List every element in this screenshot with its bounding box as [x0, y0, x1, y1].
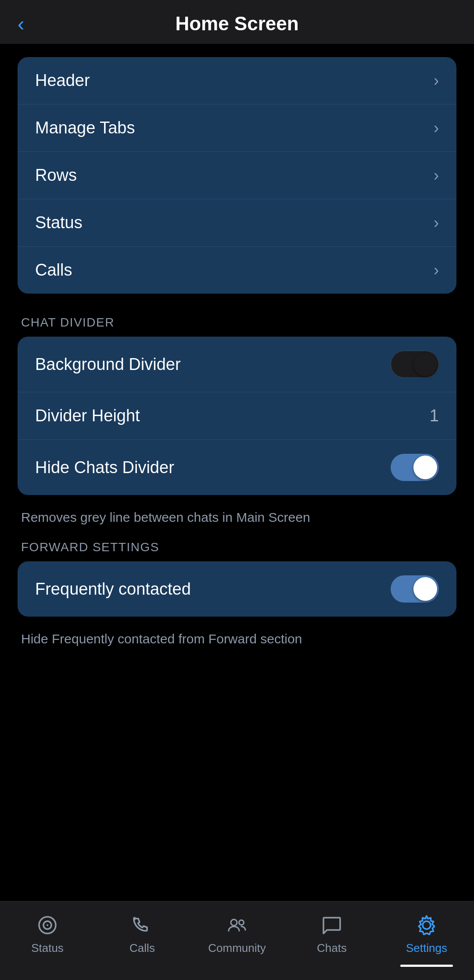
- calls-menu-label: Calls: [35, 261, 72, 280]
- status-menu-item[interactable]: Status ›: [18, 199, 456, 247]
- hide-chats-divider-description: Removes grey line between chats in Main …: [18, 502, 456, 540]
- status-menu-label: Status: [35, 213, 83, 232]
- chevron-right-icon: ›: [434, 261, 439, 280]
- hide-chats-divider-row: Hide Chats Divider: [18, 440, 456, 495]
- status-nav-label: Status: [31, 941, 64, 955]
- main-content: Header › Manage Tabs › Rows › Status › C…: [0, 44, 474, 750]
- nav-item-community[interactable]: Community: [190, 901, 284, 967]
- calls-nav-label: Calls: [129, 941, 155, 955]
- chat-divider-card: Background Divider Divider Height 1 Hide…: [18, 337, 456, 495]
- frequently-contacted-toggle[interactable]: [391, 575, 439, 603]
- settings-nav-label: Settings: [406, 941, 447, 955]
- nav-active-indicator: [400, 965, 453, 967]
- rows-menu-item[interactable]: Rows ›: [18, 152, 456, 199]
- calls-icon: [130, 913, 154, 937]
- chats-nav-label: Chats: [317, 941, 347, 955]
- chats-icon: [320, 913, 344, 937]
- svg-point-3: [231, 919, 237, 926]
- bottom-navigation: Status Calls Community Chats Settings: [0, 901, 474, 980]
- chevron-right-icon: ›: [434, 72, 439, 90]
- frequently-contacted-row: Frequently contacted: [18, 561, 456, 617]
- settings-icon: [415, 913, 438, 937]
- community-nav-label: Community: [208, 941, 266, 955]
- hide-chats-divider-label: Hide Chats Divider: [35, 458, 174, 477]
- header-menu-label: Header: [35, 71, 90, 90]
- forward-settings-card: Frequently contacted: [18, 561, 456, 617]
- rows-menu-label: Rows: [35, 166, 77, 185]
- header-menu-item[interactable]: Header ›: [18, 57, 456, 104]
- frequently-contacted-description: Hide Frequently contacted from Forward s…: [18, 624, 456, 662]
- chat-divider-section-label: CHAT DIVIDER: [18, 316, 456, 330]
- toggle-thumb: [413, 456, 437, 479]
- community-icon: [225, 913, 249, 937]
- navigation-menu-card: Header › Manage Tabs › Rows › Status › C…: [18, 57, 456, 294]
- nav-item-calls[interactable]: Calls: [95, 901, 190, 967]
- chevron-right-icon: ›: [434, 166, 439, 185]
- page-title: Home Screen: [175, 13, 298, 35]
- nav-item-settings[interactable]: Settings: [379, 901, 474, 967]
- svg-point-4: [239, 920, 244, 925]
- status-icon: [36, 913, 59, 937]
- background-divider-row: Background Divider: [18, 337, 456, 392]
- divider-height-row[interactable]: Divider Height 1: [18, 392, 456, 440]
- background-divider-label: Background Divider: [35, 355, 181, 374]
- toggle-thumb: [413, 577, 437, 601]
- divider-height-value: 1: [430, 406, 439, 425]
- forward-settings-section-label: FORWARD SETTINGS: [18, 540, 456, 554]
- svg-point-2: [47, 924, 48, 926]
- divider-height-label: Divider Height: [35, 406, 140, 425]
- chevron-right-icon: ›: [434, 119, 439, 137]
- svg-point-5: [423, 921, 431, 929]
- back-button[interactable]: ‹: [18, 14, 24, 34]
- calls-menu-item[interactable]: Calls ›: [18, 247, 456, 294]
- background-divider-toggle[interactable]: [391, 351, 439, 378]
- hide-chats-divider-toggle[interactable]: [391, 454, 439, 481]
- chevron-right-icon: ›: [434, 214, 439, 232]
- manage-tabs-menu-label: Manage Tabs: [35, 118, 135, 137]
- top-header: ‹ Home Screen: [0, 0, 474, 44]
- nav-item-status[interactable]: Status: [0, 901, 95, 967]
- manage-tabs-menu-item[interactable]: Manage Tabs ›: [18, 104, 456, 152]
- frequently-contacted-label: Frequently contacted: [35, 580, 191, 599]
- toggle-thumb: [413, 352, 437, 376]
- nav-item-chats[interactable]: Chats: [284, 901, 379, 967]
